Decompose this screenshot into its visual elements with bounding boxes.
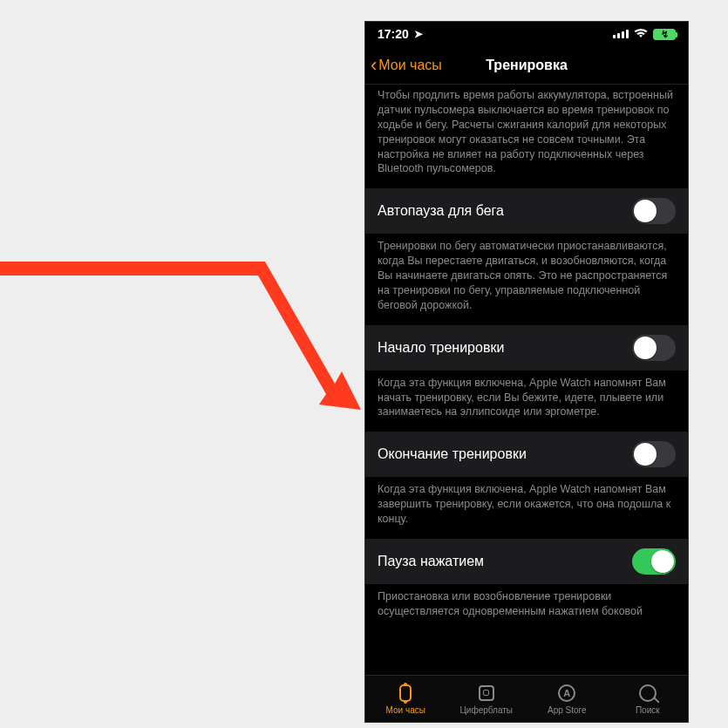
section-footer-1: Когда эта функция включена, Apple Watch …: [365, 371, 688, 432]
row-label: Пауза нажатием: [378, 554, 484, 569]
row-label: Автопауза для бега: [378, 203, 504, 219]
tab-appstore[interactable]: App Store: [527, 676, 608, 722]
phone-frame: 17:20 ➤ ↯ ‹ Мои часы Тренировка Чтобы пр…: [364, 21, 689, 723]
row-end-workout[interactable]: Окончание тренировки: [365, 432, 688, 477]
annotation-arrow: [0, 227, 405, 436]
tab-my-watch[interactable]: Мои часы: [365, 676, 446, 722]
back-button[interactable]: ‹ Мои часы: [365, 56, 442, 75]
chevron-left-icon: ‹: [371, 56, 377, 75]
section-footer-0: Тренировки по бегу автоматически приоста…: [365, 234, 688, 324]
watch-icon: [399, 684, 412, 702]
tab-label: Мои часы: [386, 705, 425, 715]
tab-label: App Store: [548, 705, 586, 715]
content-scroll[interactable]: Чтобы продлить время работы аккумулятора…: [365, 85, 688, 675]
tab-search[interactable]: Поиск: [608, 676, 689, 722]
row-autopause[interactable]: Автопауза для бега: [365, 188, 688, 234]
search-icon: [639, 684, 657, 702]
faces-icon: [479, 685, 494, 701]
battery-icon: ↯: [653, 29, 676, 40]
tab-label: Циферблаты: [459, 705, 513, 715]
location-icon: ➤: [414, 28, 423, 40]
wifi-icon: [634, 28, 648, 41]
row-label: Окончание тренировки: [378, 446, 527, 462]
section-intro-0: Чтобы продлить время работы аккумулятора…: [365, 85, 688, 188]
row-label: Начало тренировки: [378, 340, 504, 356]
status-bar: 17:20 ➤ ↯: [365, 22, 688, 46]
section-footer-2: Когда эта функция включена, Apple Watch …: [365, 477, 688, 539]
toggle-autopause[interactable]: [632, 198, 676, 224]
tab-label: Поиск: [636, 705, 660, 715]
nav-bar: ‹ Мои часы Тренировка: [365, 46, 688, 85]
status-time: 17:20: [378, 27, 409, 41]
tab-faces[interactable]: Циферблаты: [446, 676, 527, 722]
toggle-end-workout[interactable]: [632, 441, 676, 467]
toggle-start-workout[interactable]: [632, 335, 676, 361]
row-start-workout[interactable]: Начало тренировки: [365, 325, 688, 371]
toggle-press-pause[interactable]: [632, 548, 676, 575]
section-footer-3: Приостановка или возобновление тренировк…: [365, 584, 688, 631]
appstore-icon: [558, 684, 575, 702]
back-label: Мои часы: [378, 58, 442, 73]
tab-bar: Мои часы Циферблаты App Store Поиск: [365, 675, 688, 722]
cellular-icon: [613, 30, 629, 38]
row-press-pause[interactable]: Пауза нажатием: [365, 539, 688, 584]
